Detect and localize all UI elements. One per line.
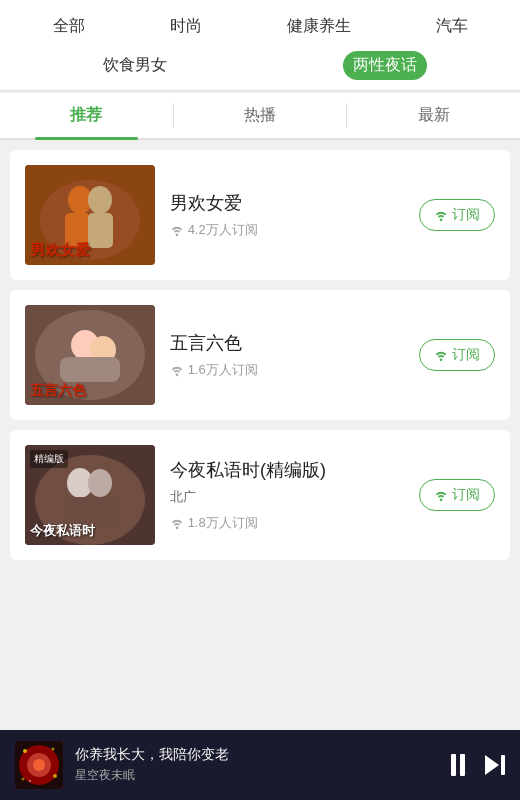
- card-1-subscribe-label: 订阅: [452, 206, 480, 224]
- card-3-overlay-text: 今夜私语时: [30, 522, 95, 540]
- card-3: 精编版 今夜私语时 今夜私语时(精编版) 北广 1.8万人订阅 订阅: [10, 430, 510, 560]
- card-2: 五言六色 五言六色 1.6万人订阅 订阅: [10, 290, 510, 420]
- svg-point-21: [23, 749, 27, 753]
- card-2-thumb-bg: 五言六色: [25, 305, 155, 405]
- pause-bar-2: [460, 754, 465, 776]
- card-3-subscribe-btn[interactable]: 订阅: [419, 479, 495, 511]
- category-row-1: 全部 时尚 健康养生 汽车: [0, 12, 520, 51]
- skip-button[interactable]: [485, 755, 505, 775]
- pause-button[interactable]: [451, 754, 465, 776]
- player-title: 你养我长大，我陪你变老: [75, 746, 439, 764]
- card-2-subscribe-btn[interactable]: 订阅: [419, 339, 495, 371]
- pause-bar-1: [451, 754, 456, 776]
- tab-latest[interactable]: 最新: [347, 93, 520, 138]
- category-all[interactable]: 全部: [43, 12, 95, 41]
- svg-point-23: [53, 774, 57, 778]
- card-2-sub-count: 1.6万人订阅: [188, 361, 258, 379]
- card-2-overlay-text: 五言六色: [30, 382, 86, 400]
- svg-point-20: [33, 759, 45, 771]
- sub-tabs: 推荐 热播 最新: [0, 93, 520, 140]
- svg-point-22: [52, 748, 55, 751]
- card-3-subscribe-label: 订阅: [452, 486, 480, 504]
- card-3-thumbnail: 精编版 今夜私语时: [25, 445, 155, 545]
- category-night[interactable]: 两性夜话: [343, 51, 427, 80]
- tab-recommended[interactable]: 推荐: [0, 93, 173, 138]
- card-1-thumb-bg: 男欢女爱: [25, 165, 155, 265]
- player-subtitle: 星空夜未眠: [75, 767, 439, 784]
- category-row-2: 饮食男女 两性夜话: [0, 51, 520, 90]
- category-health[interactable]: 健康养生: [277, 12, 361, 41]
- svg-rect-5: [88, 213, 113, 248]
- skip-bar: [501, 755, 505, 775]
- player-thumbnail: [15, 741, 63, 789]
- card-3-sub-count: 1.8万人订阅: [188, 514, 258, 532]
- player-controls: [451, 754, 505, 776]
- card-3-label: 精编版: [30, 450, 68, 468]
- svg-rect-10: [60, 357, 120, 382]
- card-3-thumb-bg: 精编版 今夜私语时: [25, 445, 155, 545]
- subscribe-icon-3: [434, 488, 448, 502]
- skip-triangle: [485, 755, 499, 775]
- subscribe-icon-1: [434, 208, 448, 222]
- category-bar: 全部 时尚 健康养生 汽车 饮食男女 两性夜话: [0, 0, 520, 91]
- content-area: 男欢女爱 男欢女爱 4.2万人订阅 订阅: [0, 140, 520, 762]
- card-2-thumbnail: 五言六色: [25, 305, 155, 405]
- svg-point-3: [88, 186, 112, 214]
- tab-hot[interactable]: 热播: [174, 93, 347, 138]
- player-thumb-bg: [15, 741, 63, 789]
- subscribers-icon-2: [170, 363, 184, 377]
- bottom-player: 你养我长大，我陪你变老 星空夜未眠: [0, 730, 520, 800]
- svg-point-24: [22, 778, 25, 781]
- player-thumb-image: [15, 741, 63, 789]
- card-1-thumbnail: 男欢女爱: [25, 165, 155, 265]
- category-car[interactable]: 汽车: [426, 12, 478, 41]
- card-2-subscribe-label: 订阅: [452, 346, 480, 364]
- card-1: 男欢女爱 男欢女爱 4.2万人订阅 订阅: [10, 150, 510, 280]
- category-fashion[interactable]: 时尚: [160, 12, 212, 41]
- category-food[interactable]: 饮食男女: [93, 51, 177, 80]
- subscribers-icon-1: [170, 223, 184, 237]
- subscribe-icon-2: [434, 348, 448, 362]
- card-3-subscribers: 1.8万人订阅: [170, 514, 495, 532]
- svg-point-25: [29, 780, 31, 782]
- player-info: 你养我长大，我陪你变老 星空夜未眠: [75, 746, 439, 784]
- svg-point-14: [88, 469, 112, 497]
- card-1-overlay-text: 男欢女爱: [30, 241, 90, 260]
- card-1-subscribe-btn[interactable]: 订阅: [419, 199, 495, 231]
- card-1-sub-count: 4.2万人订阅: [188, 221, 258, 239]
- subscribers-icon-3: [170, 516, 184, 530]
